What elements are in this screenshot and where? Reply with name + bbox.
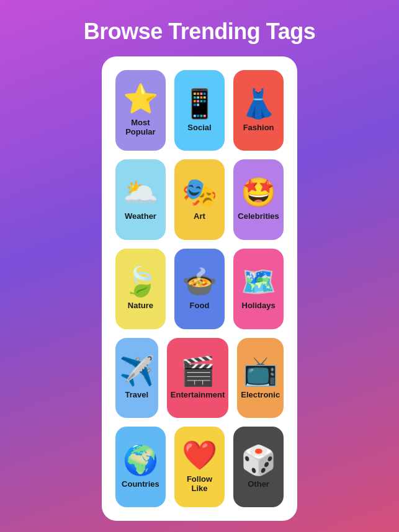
countries-label: Countries [122, 479, 159, 489]
entertainment-label: Entertainment [171, 390, 225, 399]
tag-card-social[interactable]: 📱Social [174, 70, 225, 151]
other-label: Other [248, 479, 269, 489]
grid-row-3: ✈️Travel🎬Entertainment📺Electronic [115, 338, 284, 419]
social-label: Social [187, 123, 211, 132]
most-popular-label: Most Popular [119, 118, 162, 136]
fashion-emoji: 👗 [241, 89, 276, 118]
celebrities-label: Celebrities [238, 211, 279, 221]
tag-card-travel[interactable]: ✈️Travel [115, 338, 158, 419]
tag-card-fashion[interactable]: 👗Fashion [233, 70, 284, 151]
tag-card-electronic[interactable]: 📺Electronic [237, 338, 284, 419]
tag-card-other[interactable]: 🎲Other [233, 427, 284, 507]
travel-label: Travel [125, 390, 149, 399]
entertainment-emoji: 🎬 [180, 357, 215, 385]
travel-emoji: ✈️ [119, 357, 155, 385]
grid-row-4: 🌍Countries❤️Follow Like🎲Other [115, 427, 284, 507]
celebrities-emoji: 🤩 [241, 178, 276, 206]
electronic-label: Electronic [241, 390, 280, 399]
tag-card-food[interactable]: 🍲Food [174, 249, 225, 329]
other-emoji: 🎲 [241, 446, 276, 474]
grid-row-2: 🍃Nature🍲Food🗺️Holidays [115, 249, 284, 329]
fashion-label: Fashion [243, 123, 274, 132]
nature-label: Nature [128, 301, 153, 310]
weather-label: Weather [125, 211, 156, 221]
food-emoji: 🍲 [182, 267, 217, 296]
electronic-emoji: 📺 [243, 357, 278, 385]
social-emoji: 📱 [182, 89, 217, 118]
weather-emoji: 🌥️ [123, 178, 158, 206]
header: Browse Trending Tags [59, 0, 340, 56]
tag-card-art[interactable]: 🎭Art [174, 159, 225, 240]
most-popular-emoji: ⭐ [123, 84, 158, 113]
tag-card-entertainment[interactable]: 🎬Entertainment [167, 338, 228, 419]
tag-grid-container: ⭐Most Popular📱Social👗Fashion🌥️Weather🎭Ar… [102, 56, 297, 521]
tag-card-countries[interactable]: 🌍Countries [115, 427, 166, 507]
art-label: Art [194, 211, 205, 221]
holidays-label: Holidays [242, 301, 276, 310]
tag-card-most-popular[interactable]: ⭐Most Popular [115, 70, 166, 151]
grid-row-1: 🌥️Weather🎭Art🤩Celebrities [115, 159, 284, 240]
tag-card-nature[interactable]: 🍃Nature [115, 249, 166, 329]
countries-emoji: 🌍 [123, 446, 158, 474]
tag-card-celebrities[interactable]: 🤩Celebrities [233, 159, 284, 240]
grid-row-0: ⭐Most Popular📱Social👗Fashion [115, 70, 284, 151]
food-label: Food [190, 301, 210, 310]
art-emoji: 🎭 [182, 178, 217, 206]
follow-like-label: Follow Like [178, 474, 221, 493]
follow-like-emoji: ❤️ [182, 441, 217, 469]
tag-card-weather[interactable]: 🌥️Weather [115, 159, 166, 240]
page-title: Browse Trending Tags [84, 19, 315, 44]
holidays-emoji: 🗺️ [241, 267, 276, 296]
tag-card-holidays[interactable]: 🗺️Holidays [233, 249, 284, 329]
tag-card-follow-like[interactable]: ❤️Follow Like [174, 427, 225, 507]
nature-emoji: 🍃 [123, 267, 158, 296]
